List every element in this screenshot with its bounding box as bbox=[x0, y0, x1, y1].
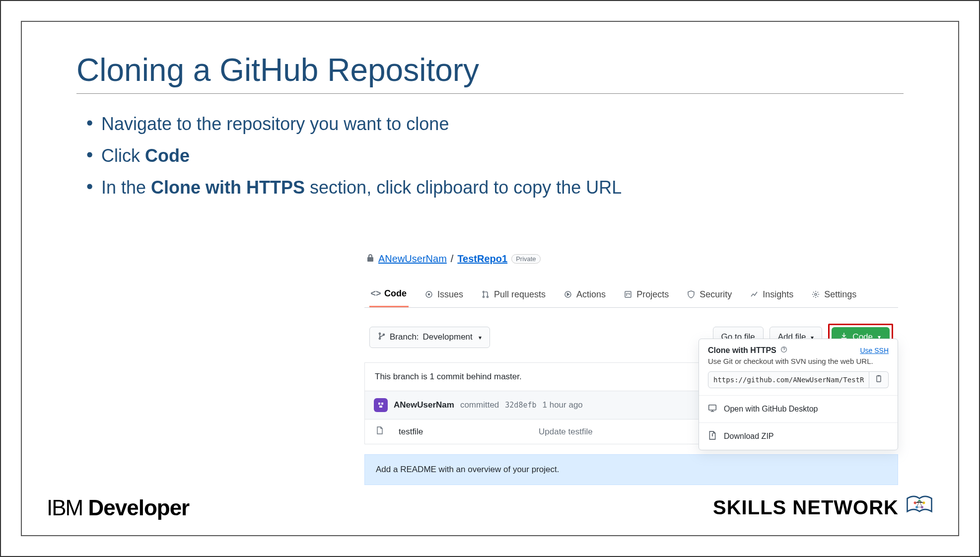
file-name: testfile bbox=[399, 427, 423, 437]
svg-point-1 bbox=[428, 294, 430, 295]
tab-security-label: Security bbox=[700, 289, 732, 300]
commit-time: 1 hour ago bbox=[543, 400, 583, 410]
slide-title: Cloning a GitHub Repository bbox=[76, 52, 904, 94]
commit-sha: 32d8efb bbox=[505, 401, 536, 410]
developer-text: Developer bbox=[88, 495, 189, 520]
clone-popover: Clone with HTTPS Use SSH Use Git or chec… bbox=[699, 339, 898, 450]
open-desktop-label: Open with GitHub Desktop bbox=[724, 405, 818, 414]
ibm-text: IBM bbox=[47, 495, 82, 520]
repo-tabs: <> Code Issues Pull requests bbox=[364, 281, 898, 308]
bullet-3-pre: In the bbox=[101, 177, 151, 198]
bullet-3-post: section, click clipboard to copy the URL bbox=[305, 177, 622, 198]
svg-point-3 bbox=[483, 296, 485, 298]
clone-popover-title: Clone with HTTPS bbox=[708, 346, 776, 355]
branch-icon bbox=[378, 332, 386, 343]
svg-rect-15 bbox=[877, 376, 881, 382]
shield-icon bbox=[687, 290, 696, 299]
clone-popover-description: Use Git or checkout with SVN using the w… bbox=[699, 357, 898, 371]
github-screenshot: ANewUserNam / TestRepo1 Private <> Code … bbox=[364, 250, 898, 485]
svg-point-9 bbox=[379, 338, 381, 339]
avatar bbox=[374, 398, 388, 412]
branch-label: Branch: bbox=[390, 332, 419, 342]
bullet-1-text: Navigate to the repository you want to c… bbox=[101, 114, 449, 134]
branch-name: Development bbox=[423, 332, 473, 342]
visibility-badge: Private bbox=[511, 254, 540, 264]
repo-header: ANewUserNam / TestRepo1 Private bbox=[364, 250, 898, 268]
file-commit-message: Update testfile bbox=[539, 427, 593, 437]
svg-point-4 bbox=[487, 296, 489, 298]
copy-url-button[interactable] bbox=[869, 371, 889, 388]
zip-icon bbox=[708, 431, 717, 442]
open-desktop-item[interactable]: Open with GitHub Desktop bbox=[699, 395, 898, 422]
tab-security[interactable]: Security bbox=[685, 281, 734, 307]
svg-point-7 bbox=[815, 293, 817, 295]
svg-point-2 bbox=[483, 291, 485, 293]
bullet-2-bold: Code bbox=[145, 145, 190, 166]
chevron-down-icon bbox=[477, 332, 482, 342]
clone-url-input[interactable] bbox=[708, 371, 869, 388]
play-icon bbox=[563, 290, 572, 299]
bullet-2: Click Code bbox=[86, 145, 904, 166]
bullet-1: Navigate to the repository you want to c… bbox=[86, 114, 904, 135]
desktop-icon bbox=[708, 404, 717, 415]
tab-settings[interactable]: Settings bbox=[809, 281, 858, 307]
skills-network-text: SKILLS NETWORK bbox=[713, 496, 899, 519]
bullet-2-pre: Click bbox=[101, 145, 145, 166]
bullet-3-bold: Clone with HTTPS bbox=[151, 177, 305, 198]
tab-actions-label: Actions bbox=[576, 289, 606, 300]
skills-network-logo: SKILLS NETWORK bbox=[713, 495, 933, 520]
graph-icon bbox=[750, 290, 759, 299]
repo-separator: / bbox=[451, 253, 454, 265]
project-icon bbox=[624, 290, 632, 299]
ibm-developer-logo: IBM Developer bbox=[47, 495, 189, 520]
svg-rect-12 bbox=[381, 403, 383, 405]
svg-rect-16 bbox=[878, 375, 880, 376]
bullet-3: In the Clone with HTTPS section, click c… bbox=[86, 177, 904, 198]
tab-pulls[interactable]: Pull requests bbox=[479, 281, 548, 307]
repo-name-link[interactable]: TestRepo1 bbox=[457, 253, 507, 265]
download-zip-item[interactable]: Download ZIP bbox=[699, 422, 898, 450]
file-icon bbox=[376, 426, 384, 437]
lock-icon bbox=[366, 253, 374, 265]
clipboard-icon bbox=[875, 375, 883, 385]
book-icon bbox=[906, 495, 933, 520]
help-icon[interactable] bbox=[780, 346, 787, 355]
use-ssh-link[interactable]: Use SSH bbox=[860, 347, 889, 354]
tab-issues-label: Issues bbox=[437, 289, 463, 300]
readme-banner: Add a README with an overview of your pr… bbox=[364, 454, 898, 485]
tab-settings-label: Settings bbox=[824, 289, 856, 300]
tab-issues[interactable]: Issues bbox=[422, 281, 465, 307]
commit-user: ANewUserNam bbox=[394, 400, 454, 410]
svg-rect-13 bbox=[379, 406, 382, 408]
issue-icon bbox=[424, 290, 433, 299]
branch-selector[interactable]: Branch: Development bbox=[369, 327, 490, 348]
tab-actions[interactable]: Actions bbox=[561, 281, 608, 307]
gear-icon bbox=[811, 290, 820, 299]
commit-verb: committed bbox=[460, 400, 499, 410]
svg-rect-17 bbox=[709, 405, 716, 410]
pr-icon bbox=[481, 290, 490, 299]
tab-pulls-label: Pull requests bbox=[494, 289, 546, 300]
svg-rect-11 bbox=[378, 403, 380, 405]
tab-code-label: Code bbox=[384, 288, 407, 299]
svg-point-8 bbox=[379, 333, 381, 334]
repo-owner-link[interactable]: ANewUserNam bbox=[378, 253, 447, 265]
download-zip-label: Download ZIP bbox=[724, 432, 774, 441]
tab-insights-label: Insights bbox=[763, 289, 793, 300]
bullet-list: Navigate to the repository you want to c… bbox=[76, 114, 904, 198]
tab-projects[interactable]: Projects bbox=[622, 281, 671, 307]
code-icon: <> bbox=[371, 289, 380, 298]
tab-projects-label: Projects bbox=[636, 289, 669, 300]
tab-code[interactable]: <> Code bbox=[369, 281, 409, 307]
tab-insights[interactable]: Insights bbox=[748, 281, 795, 307]
